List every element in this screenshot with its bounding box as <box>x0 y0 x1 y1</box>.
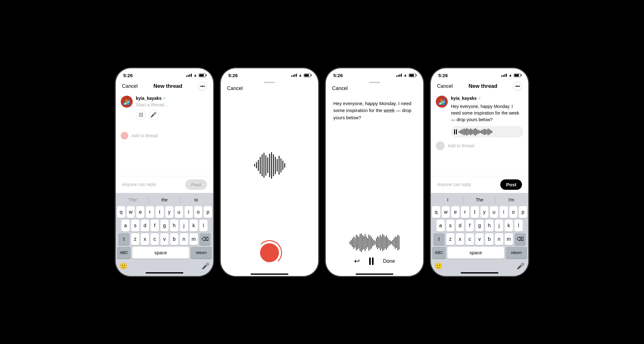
key-t[interactable]: t <box>156 206 164 218</box>
cancel-button-1[interactable]: Cancel <box>122 83 138 89</box>
key4-m[interactable]: m <box>505 233 513 245</box>
more-button-4[interactable]: ••• <box>513 82 522 91</box>
return-key-4[interactable]: return <box>506 247 527 259</box>
key-h[interactable]: h <box>170 220 178 232</box>
emoji-icon-4[interactable]: 🙂 <box>435 262 442 270</box>
key4-t[interactable]: t <box>471 206 479 218</box>
key4-n[interactable]: n <box>495 233 503 245</box>
suggestion-4-1[interactable]: I <box>432 196 464 204</box>
key-d[interactable]: d <box>141 220 149 232</box>
key-p[interactable]: p <box>204 206 212 218</box>
key4-i[interactable]: i <box>500 206 508 218</box>
key-x[interactable]: x <box>141 233 149 245</box>
key-e[interactable]: e <box>136 206 144 218</box>
key-c[interactable]: c <box>151 233 159 245</box>
key4-d[interactable]: d <box>456 220 464 232</box>
suggestion-2[interactable]: the <box>149 196 180 204</box>
key4-w[interactable]: w <box>442 206 450 218</box>
key4-q[interactable]: q <box>432 206 440 218</box>
key4-b[interactable]: b <box>485 233 493 245</box>
home-indicator-3 <box>356 274 393 275</box>
post-button-1[interactable]: Post <box>185 179 207 190</box>
key-n[interactable]: n <box>180 233 188 245</box>
key4-r[interactable]: r <box>461 206 469 218</box>
key4-k[interactable]: k <box>505 220 513 232</box>
key-i[interactable]: i <box>185 206 193 218</box>
cancel-button-4[interactable]: Cancel <box>437 83 453 89</box>
key4-h[interactable]: h <box>485 220 493 232</box>
key-l[interactable]: l <box>199 220 208 232</box>
abc-key-4[interactable]: ABC <box>432 247 446 259</box>
key-g[interactable]: g <box>160 220 169 232</box>
cancel-button-2[interactable]: Cancel <box>227 86 243 91</box>
key-m[interactable]: m <box>190 233 198 245</box>
key-y[interactable]: y <box>165 206 174 218</box>
suggestion-1[interactable]: "The" <box>117 196 149 204</box>
keyboard-4: I The I'm q w e r t y u i o p a s d f <box>431 193 528 276</box>
delete-key[interactable]: ⌫ <box>199 233 211 245</box>
key-r[interactable]: r <box>146 206 154 218</box>
nav-bar-4: Cancel New thread ••• <box>431 79 528 93</box>
key4-u[interactable]: u <box>490 206 498 218</box>
cancel-button-3[interactable]: Cancel <box>332 86 348 91</box>
key4-g[interactable]: g <box>475 220 484 232</box>
shift-key[interactable]: ⇧ <box>118 233 130 245</box>
key4-p[interactable]: p <box>519 206 527 218</box>
delete-key-4[interactable]: ⌫ <box>514 233 526 245</box>
key4-o[interactable]: o <box>509 206 518 218</box>
mic-btn-1[interactable]: 🎤 <box>148 110 158 120</box>
key-v[interactable]: v <box>160 233 169 245</box>
key4-y[interactable]: y <box>480 206 489 218</box>
key-f[interactable]: f <box>151 220 159 232</box>
key4-z[interactable]: z <box>446 233 454 245</box>
key4-s[interactable]: s <box>446 220 454 232</box>
bottom-bar-1: Anyone can reply Post <box>116 176 213 193</box>
key4-x[interactable]: x <box>456 233 464 245</box>
suggestion-4-3[interactable]: I'm <box>496 196 527 204</box>
kb4-row-1: q w e r t y u i o p <box>432 206 527 218</box>
key-k[interactable]: k <box>190 220 198 232</box>
key4-c[interactable]: c <box>466 233 474 245</box>
pause-button-3[interactable] <box>369 257 374 265</box>
more-button-1[interactable]: ••• <box>198 82 207 91</box>
key-z[interactable]: z <box>131 233 139 245</box>
key4-e[interactable]: e <box>451 206 459 218</box>
kb-row-4: ABC space return <box>117 247 212 259</box>
key-a[interactable]: a <box>121 220 130 232</box>
key4-f[interactable]: f <box>466 220 474 232</box>
done-button-3[interactable]: Done <box>383 258 395 264</box>
home-indicator-4 <box>461 272 498 274</box>
shift-key-4[interactable]: ⇧ <box>433 233 445 245</box>
abc-key[interactable]: ABC <box>117 247 131 259</box>
space-key[interactable]: space <box>132 247 189 259</box>
reply-label-1: Anyone can reply <box>122 182 156 187</box>
pause-btn-sm[interactable] <box>454 129 457 134</box>
key4-a[interactable]: a <box>436 220 445 232</box>
key4-l[interactable]: l <box>514 220 523 232</box>
key-u[interactable]: u <box>175 206 183 218</box>
suggestion-4-2[interactable]: The <box>464 196 496 204</box>
suggestion-3[interactable]: to <box>180 196 212 204</box>
emoji-icon-1[interactable]: 🙂 <box>119 262 127 270</box>
image-btn-1[interactable]: 🖼 <box>136 110 146 120</box>
key-j[interactable]: j <box>180 220 188 232</box>
post-button-4[interactable]: Post <box>500 179 522 190</box>
back-button-3[interactable]: ↩ <box>354 257 360 265</box>
add-thread-row-4[interactable]: Add to thread <box>431 140 528 154</box>
space-key-4[interactable]: space <box>447 247 504 259</box>
key-o[interactable]: o <box>194 206 203 218</box>
audio-player-4[interactable] <box>451 126 523 138</box>
key-q[interactable]: q <box>117 206 125 218</box>
mic-icon-4[interactable]: 🎤 <box>517 262 525 270</box>
signal-icon-3 <box>396 74 402 77</box>
key4-v[interactable]: v <box>475 233 484 245</box>
mic-icon-1[interactable]: 🎤 <box>202 262 209 270</box>
return-key[interactable]: return <box>191 247 212 259</box>
time-4: 5:26 <box>438 73 448 78</box>
key-b[interactable]: b <box>170 233 178 245</box>
placeholder-1[interactable]: Start a thread... <box>136 102 208 107</box>
key4-j[interactable]: j <box>495 220 503 232</box>
key-s[interactable]: s <box>131 220 139 232</box>
add-thread-row-1[interactable]: Add to thread <box>116 131 213 143</box>
key-w[interactable]: w <box>127 206 135 218</box>
